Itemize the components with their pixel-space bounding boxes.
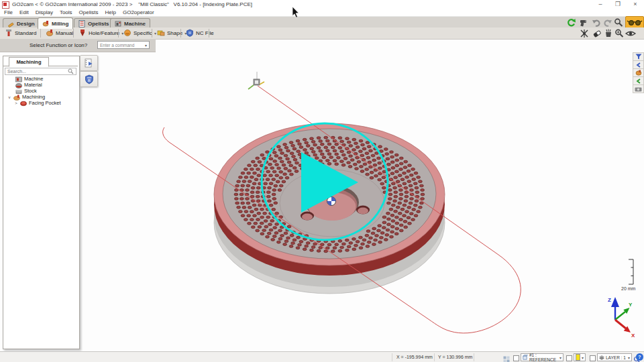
document-play-icon bbox=[84, 58, 95, 68]
command-band: Select Function or Icon? Enter a command… bbox=[0, 39, 156, 52]
z-axis-arrow bbox=[611, 297, 619, 307]
z-axis-label: Z bbox=[608, 297, 611, 303]
tab-opelists[interactable]: Opelists bbox=[74, 18, 114, 28]
machine-icon bbox=[15, 76, 22, 82]
machining-panel-tab[interactable]: Machining bbox=[9, 57, 49, 67]
menu-go2operator[interactable]: GO2operator bbox=[123, 9, 154, 15]
toolpath bbox=[163, 72, 521, 333]
command-prompt-label: Select Function or Icon? bbox=[30, 42, 87, 48]
machining-icon bbox=[13, 95, 20, 100]
zoom-search-icon[interactable] bbox=[614, 18, 623, 27]
tree-search-field[interactable] bbox=[5, 68, 76, 75]
hole-pattern bbox=[234, 136, 425, 252]
app-logo-icon bbox=[2, 1, 9, 9]
machining-tools-icon[interactable] bbox=[580, 29, 589, 38]
scale-label: 20 mm bbox=[621, 286, 636, 291]
tree-item-machining[interactable]: v Machining bbox=[7, 94, 45, 100]
menu-file[interactable]: File bbox=[4, 9, 13, 15]
tab-machine[interactable]: Machine bbox=[110, 18, 150, 28]
restore-button[interactable]: ❐ bbox=[610, 0, 625, 8]
regenerate-icon[interactable] bbox=[566, 18, 576, 27]
collapse-expander-icon[interactable]: v bbox=[7, 95, 11, 99]
camera-icon bbox=[635, 86, 642, 92]
facing-pocket-icon bbox=[20, 101, 27, 106]
reference-checkbox[interactable] bbox=[513, 355, 519, 361]
viewport-3d[interactable]: 20 mm Z Y X bbox=[0, 0, 644, 362]
layer-icon bbox=[599, 355, 604, 360]
chevron-left-green-icon bbox=[636, 78, 641, 84]
minimize-button[interactable]: – bbox=[593, 0, 608, 8]
layer-dropdown[interactable]: LAYER : 1 ▾ bbox=[597, 353, 632, 361]
command-combobox[interactable]: Enter a command ▾ bbox=[97, 41, 150, 49]
menu-display[interactable]: Display bbox=[36, 9, 53, 15]
tab-design[interactable]: Design bbox=[3, 18, 40, 28]
axis-triad: Z Y X bbox=[608, 297, 635, 339]
menu-help[interactable]: Help bbox=[105, 9, 116, 15]
camera-button[interactable] bbox=[633, 84, 644, 93]
help-button[interactable]: ? bbox=[636, 353, 643, 361]
search-icon bbox=[68, 68, 74, 74]
ribbon-tab-strip: Design Milling Opelists Machine bbox=[0, 17, 644, 28]
eraser-icon[interactable] bbox=[592, 29, 602, 38]
machine-icon bbox=[115, 20, 122, 27]
tree-item-machine[interactable]: Machine bbox=[15, 76, 43, 82]
menu-edit[interactable]: Edit bbox=[19, 9, 29, 15]
play-icon[interactable] bbox=[301, 152, 358, 213]
expand-expander-icon[interactable]: > bbox=[14, 101, 18, 105]
tree-item-stock[interactable]: Stock bbox=[15, 88, 37, 94]
toolbar-hole-feature-button[interactable]: Hole/Feature ▾ bbox=[75, 28, 127, 38]
manual-hand-icon bbox=[46, 29, 54, 37]
toolpath-start-marker bbox=[248, 79, 264, 89]
standard-tool-icon bbox=[5, 29, 13, 37]
operation-list-button[interactable] bbox=[80, 55, 98, 71]
close-button[interactable]: × bbox=[628, 0, 643, 8]
hand-icon bbox=[635, 70, 642, 76]
reference-cube-icon bbox=[523, 355, 528, 360]
title-bar: GO2cam < © GO2cam International 2009 - 2… bbox=[0, 0, 644, 9]
index-hole bbox=[301, 212, 314, 221]
tree-item-facing-pocket[interactable]: > Facing Pocket bbox=[14, 100, 61, 106]
measure-tool-icon[interactable] bbox=[579, 18, 588, 27]
shield-icon bbox=[85, 74, 94, 84]
cleanup-brush-icon[interactable] bbox=[604, 29, 613, 38]
center-bore bbox=[305, 185, 359, 220]
x-axis-arrow bbox=[624, 326, 631, 333]
layer-checkbox[interactable] bbox=[590, 355, 596, 361]
reference-dropdown[interactable]: #1 : REFERENCE ▾ bbox=[521, 353, 564, 361]
toolbar-nc-file-button[interactable]: NC File bbox=[182, 28, 217, 38]
status-bar: X = -195.994 mm Y = 130.996 mm #1 : REFE… bbox=[0, 351, 644, 362]
window-title: GO2cam < © GO2cam International 2009 - 2… bbox=[12, 1, 252, 7]
stock-icon bbox=[15, 88, 22, 94]
search-input[interactable] bbox=[7, 69, 64, 74]
redo-icon[interactable] bbox=[603, 18, 612, 27]
chevron-down-icon: ▾ bbox=[145, 43, 147, 48]
zoom-window-icon[interactable] bbox=[614, 29, 624, 38]
x-coordinate-readout: X = -195.994 mm bbox=[396, 355, 433, 359]
shape-icon bbox=[157, 29, 165, 37]
hole-feature-icon bbox=[78, 29, 87, 37]
video-play-overlay[interactable] bbox=[262, 123, 388, 240]
x-axis-label: X bbox=[631, 333, 635, 339]
visibility-eye-icon[interactable] bbox=[625, 29, 636, 38]
menu-tools[interactable]: Tools bbox=[60, 9, 72, 15]
color-swatch-dropdown[interactable]: ▾ bbox=[574, 353, 586, 361]
indexing-plate-model bbox=[214, 123, 445, 294]
color-checkbox[interactable] bbox=[566, 355, 572, 361]
grid-snap-icon[interactable] bbox=[503, 354, 511, 362]
specific-icon bbox=[123, 29, 131, 37]
chevron-down-icon: ▾ bbox=[582, 355, 584, 360]
nc-file-shield-icon bbox=[186, 29, 194, 37]
tab-milling[interactable]: Milling bbox=[38, 17, 73, 29]
index-hole bbox=[356, 206, 370, 215]
undo-icon[interactable] bbox=[592, 18, 601, 27]
y-axis-label: Y bbox=[629, 302, 633, 308]
toolbar-standard-button[interactable]: Standard bbox=[1, 28, 40, 38]
tree-item-material[interactable]: Material bbox=[15, 82, 42, 88]
chevron-down-icon: ▾ bbox=[628, 355, 630, 360]
menu-opelists[interactable]: Opelists bbox=[79, 9, 99, 15]
nc-shield-button[interactable] bbox=[80, 71, 98, 87]
chevron-left-icon bbox=[636, 62, 641, 68]
scale-indicator: 20 mm bbox=[621, 259, 636, 291]
pencil-icon bbox=[7, 20, 15, 27]
toolbar-manual-button[interactable]: Manual bbox=[42, 28, 76, 38]
